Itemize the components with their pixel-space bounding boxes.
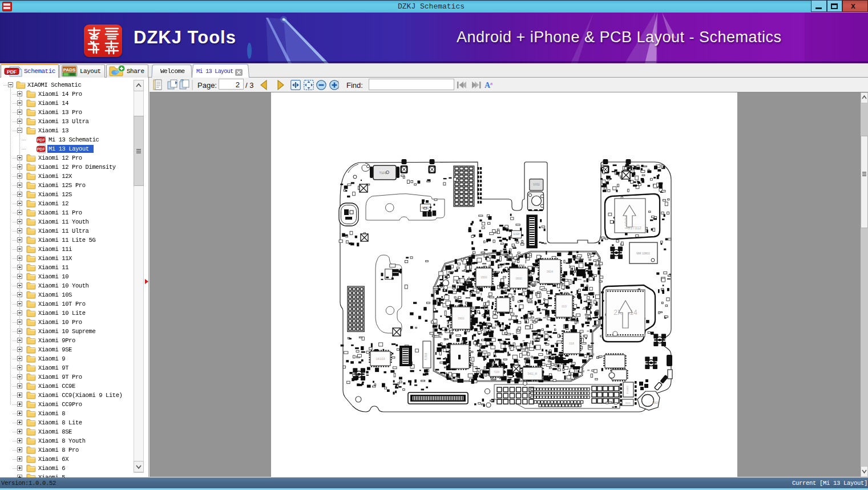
svg-text:U6103: U6103 <box>376 357 385 361</box>
svg-text:PDF: PDF <box>37 147 46 152</box>
svg-text:PDF: PDF <box>7 69 17 75</box>
svg-text:0818: 0818 <box>449 286 454 289</box>
svg-text:PADS: PADS <box>63 67 76 72</box>
svg-text:7100: 7100 <box>494 371 500 374</box>
svg-text:0600: 0600 <box>515 277 522 280</box>
svg-text:F10400: F10400 <box>626 385 629 393</box>
svg-text:1011: 1011 <box>533 183 540 186</box>
svg-text:57319: 57319 <box>425 353 427 360</box>
svg-text:0604: 0604 <box>547 270 553 273</box>
svg-text:20#0: 20#0 <box>625 402 631 404</box>
svg-text:019: 019 <box>562 305 567 308</box>
svg-text:5401_M: 5401_M <box>528 372 538 375</box>
svg-text:018: 018 <box>569 342 574 345</box>
svg-text:a: a <box>490 80 492 86</box>
svg-text:E1E8: E1E8 <box>513 233 520 236</box>
svg-text:PDF: PDF <box>37 137 46 143</box>
svg-text:1303: 1303 <box>652 401 658 404</box>
svg-text:T1011: T1011 <box>379 171 387 175</box>
svg-text:917312: 917312 <box>628 226 641 230</box>
svg-text:0500: 0500 <box>481 276 487 279</box>
svg-text:MM 10801: MM 10801 <box>636 252 650 255</box>
svg-text:0900: 0900 <box>458 317 464 320</box>
